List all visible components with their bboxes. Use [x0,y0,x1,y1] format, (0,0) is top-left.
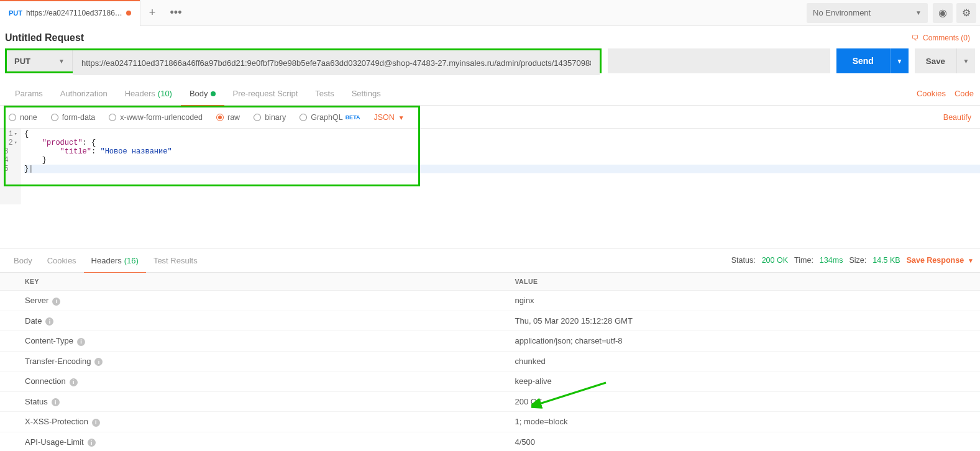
header-value: application/json; charset=utf-8 [490,331,981,352]
chevron-down-icon: ▼ [58,58,65,65]
resp-headers-count: (16) [124,256,139,265]
line-gutter: 1 ▾ 2 ▾ 3 4 5 [0,129,21,204]
environment-select[interactable]: No Environment ▼ [807,3,928,23]
method-url-group-highlight: PUT ▼ [5,48,602,73]
info-icon[interactable]: i [77,338,85,346]
body-type-form-data[interactable]: form-data [51,113,96,122]
table-row: DateiThu, 05 Mar 2020 15:12:28 GMT [0,311,980,331]
header-value: chunked [490,351,981,371]
info-icon[interactable]: i [45,317,53,326]
tab-method-badge: PUT [9,9,22,17]
comments-label: Comments (0) [923,34,970,42]
request-name[interactable]: Untitled Request [5,32,84,43]
code-link[interactable]: Code [955,89,974,98]
tab-params[interactable]: Params [6,82,52,106]
header-key: Datei [0,311,490,331]
header-key: Serveri [0,291,490,311]
beta-badge: BETA [346,114,360,121]
info-icon[interactable]: i [94,358,103,366]
chevron-down-icon: ▼ [915,9,922,16]
beautify-button[interactable]: Beautify [943,113,971,122]
body-type-binary[interactable]: binary [254,113,286,122]
gear-icon: ⚙ [962,7,971,19]
resp-tab-headers[interactable]: Headers (16) [84,248,146,273]
chevron-down-icon: ▼ [963,58,969,65]
tab-authorization[interactable]: Authorization [52,82,116,106]
code-area[interactable]: { "product": { "title": "Новое название"… [21,129,980,204]
chevron-down-icon: ▼ [896,58,902,65]
radio-icon [216,114,224,121]
tab-options-button[interactable]: ••• [164,1,188,25]
header-key: Transfer-Encodingi [0,351,490,371]
request-tabs: Params Authorization Headers (10) Body P… [0,82,980,106]
header-value: keep-alive [490,371,981,392]
table-row: API-Usage-Limiti4/500 [0,432,980,451]
info-icon[interactable]: i [52,298,60,306]
resp-tab-body[interactable]: Body [6,248,40,273]
request-tab[interactable]: PUT https://ea0247110ed371866a4... [0,0,140,26]
tab-body[interactable]: Body [181,82,224,106]
url-input-extension[interactable] [608,48,830,73]
save-button[interactable]: Save [915,48,956,73]
header-value: 200 OK [490,391,981,412]
tab-tests[interactable]: Tests [306,82,342,106]
radio-icon [109,114,116,121]
info-icon[interactable]: i [70,378,78,386]
tab-title: https://ea0247110ed371866a4... [26,9,122,17]
header-key: API-Usage-Limiti [0,432,490,451]
comments-button[interactable]: 🗨 Comments (0) [912,34,970,42]
body-type-graphql[interactable]: GraphQLBETA [300,113,360,122]
tab-headers[interactable]: Headers (10) [116,82,181,106]
resp-tab-cookies[interactable]: Cookies [40,248,84,273]
save-response-button[interactable]: Save Response ▼ [907,256,974,265]
radio-icon [51,114,58,121]
col-value: VALUE [490,273,981,291]
body-type-none[interactable]: none [9,113,37,122]
url-row: PUT ▼ Send ▼ Save ▼ [0,48,980,82]
tab-prerequest[interactable]: Pre-request Script [224,82,307,106]
environment-label: No Environment [813,8,871,17]
header-value: nginx [490,291,981,311]
radio-icon [300,114,307,121]
info-icon[interactable]: i [52,398,60,406]
body-language-select[interactable]: JSON ▼ [373,113,404,122]
table-row: Serveringinx [0,291,980,311]
status-label: Status: [731,256,756,265]
ellipsis-icon: ••• [170,6,182,19]
info-icon[interactable]: i [92,419,100,427]
radio-icon [254,114,261,121]
new-tab-button[interactable]: + [140,1,164,25]
body-panel: none form-data x-www-form-urlencoded raw… [0,106,980,204]
body-type-raw[interactable]: raw [216,113,240,122]
send-button[interactable]: Send [836,48,890,73]
resp-tab-test-results[interactable]: Test Results [146,248,205,273]
environment-quicklook-button[interactable]: ◉ [933,3,953,23]
cookies-link[interactable]: Cookies [917,89,946,98]
save-options-button[interactable]: ▼ [956,48,975,73]
send-options-button[interactable]: ▼ [890,48,909,73]
response-headers-table: KEY VALUE ServeringinxDateiThu, 05 Mar 2… [0,273,980,451]
url-input[interactable] [73,50,600,75]
tab-bar: PUT https://ea0247110ed371866a4... + •••… [0,0,980,26]
headers-count: (10) [158,89,172,98]
send-button-group: Send ▼ [836,48,909,73]
settings-button[interactable]: ⚙ [956,3,976,23]
table-row: Connectionikeep-alive [0,371,980,392]
response-tabs: Body Cookies Headers (16) Test Results S… [0,248,980,273]
unsaved-dot-icon [126,11,131,16]
size-label: Size: [849,256,866,265]
http-method-select[interactable]: PUT ▼ [7,50,73,71]
fold-icon[interactable]: ▾ [14,139,17,147]
fold-icon[interactable]: ▾ [14,130,17,139]
header-value: Thu, 05 Mar 2020 15:12:28 GMT [490,311,981,331]
body-type-urlencoded[interactable]: x-www-form-urlencoded [109,113,203,122]
header-value: 1; mode=block [490,412,981,432]
header-key: Statusi [0,391,490,412]
comment-icon: 🗨 [912,34,919,42]
header-value: 4/500 [490,432,981,451]
body-type-row: none form-data x-www-form-urlencoded raw… [0,107,980,129]
body-editor[interactable]: 1 ▾ 2 ▾ 3 4 5 { "product": { "title": "Н… [0,129,980,204]
info-icon[interactable]: i [88,439,96,447]
table-row: Content-Typeiapplication/json; charset=u… [0,331,980,352]
tab-settings[interactable]: Settings [343,82,390,106]
